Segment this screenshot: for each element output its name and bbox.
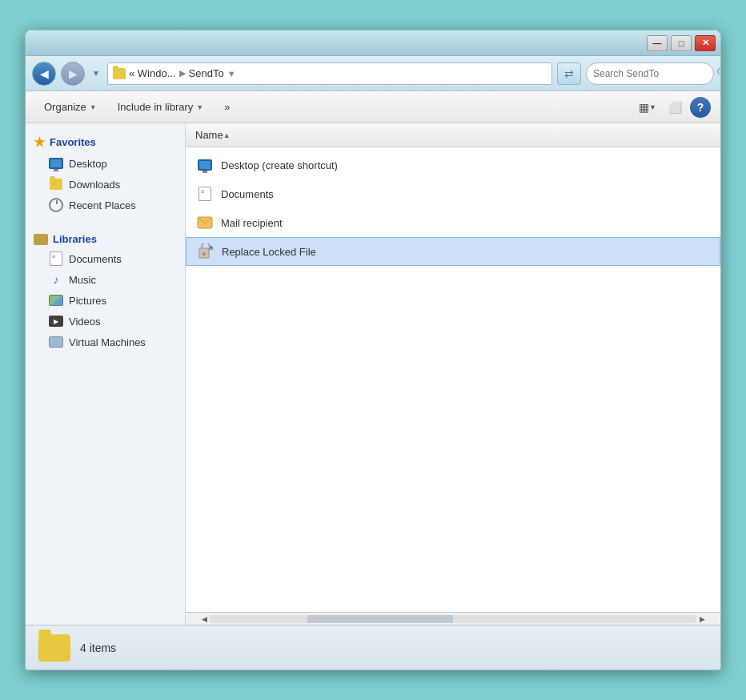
file-item-documents[interactable]: Documents (186, 179, 720, 208)
file-item-desktop-label: Desktop (create shortcut) (221, 159, 338, 171)
h-scroll-thumb[interactable] (307, 615, 453, 623)
breadcrumb-arrow: ▶ (179, 68, 186, 78)
sidebar-desktop-label: Desktop (69, 158, 107, 170)
explorer-window: — □ ✕ ◀ ▶ ▼ « Windo... ▶ SendTo ▼ ⇄ 🔍 Or… (25, 30, 721, 670)
more-label: » (224, 101, 230, 113)
file-item-mail-label: Mail recipient (221, 217, 283, 229)
back-button[interactable]: ◀ (32, 62, 56, 86)
sidebar: ★ Favorites Desktop Downloads (26, 123, 186, 625)
sidebar-downloads-label: Downloads (69, 179, 120, 191)
maximize-button[interactable]: □ (671, 35, 692, 51)
layout-icon: ⬜ (668, 101, 682, 114)
sort-arrow: ▲ (223, 131, 231, 139)
breadcrumb-prefix: « Windo... (129, 67, 176, 79)
search-input[interactable] (593, 68, 713, 79)
toolbar: Organize ▼ Include in library ▼ » ▦ ▼ ⬜ … (26, 91, 720, 123)
sidebar-videos-label: Videos (69, 316, 101, 328)
breadcrumb-dropdown-arrow[interactable]: ▼ (227, 69, 236, 78)
documents-icon (48, 251, 64, 267)
file-item-replace-locked[interactable]: Replace Locked File (186, 237, 720, 266)
downloads-icon (48, 176, 64, 192)
close-button[interactable]: ✕ (695, 35, 716, 51)
sidebar-item-recent[interactable]: Recent Places (26, 195, 185, 215)
sidebar-item-documents[interactable]: Documents (26, 248, 185, 269)
forward-button[interactable]: ▶ (61, 62, 85, 86)
sidebar-item-videos[interactable]: ▶ Videos (26, 311, 185, 332)
sidebar-recent-label: Recent Places (69, 199, 136, 211)
sidebar-music-label: Music (69, 274, 96, 286)
column-header: Name ▲ (186, 123, 720, 147)
sidebar-item-pictures[interactable]: Pictures (26, 290, 185, 311)
file-item-documents-label: Documents (221, 188, 274, 200)
organize-chevron: ▼ (90, 103, 97, 111)
sidebar-scroll[interactable]: ★ Favorites Desktop Downloads (26, 123, 185, 625)
include-chevron: ▼ (196, 103, 203, 111)
h-scroll[interactable]: ◀ ▶ (186, 612, 720, 625)
sidebar-pictures-label: Pictures (69, 295, 106, 307)
layout-button[interactable]: ⬜ (663, 96, 687, 119)
include-library-button[interactable]: Include in library ▼ (109, 96, 213, 119)
h-scroll-left[interactable]: ◀ (199, 614, 210, 625)
help-label: ? (697, 101, 704, 114)
file-item-mail[interactable]: Mail recipient (186, 208, 720, 237)
sidebar-vm-label: Virtual Machines (69, 336, 146, 348)
name-column-header[interactable]: Name (195, 129, 223, 141)
h-scroll-right[interactable]: ▶ (696, 614, 708, 625)
breadcrumb-bar: « Windo... ▶ SendTo ▼ (107, 62, 552, 85)
sidebar-documents-label: Documents (69, 253, 122, 265)
view-icon: ▦ (639, 101, 649, 114)
libraries-label: Libraries (53, 233, 97, 245)
replace-locked-icon (196, 242, 215, 261)
go-button[interactable]: ⇄ (557, 62, 581, 85)
libraries-icon (34, 234, 48, 245)
desktop-icon (48, 155, 64, 171)
h-scroll-track[interactable] (210, 615, 696, 623)
search-box: 🔍 (586, 62, 714, 85)
mail-icon (195, 213, 215, 232)
vm-icon (48, 334, 64, 350)
organize-label: Organize (44, 101, 86, 113)
nav-dropdown-button[interactable]: ▼ (90, 67, 102, 80)
search-icon: 🔍 (716, 67, 721, 79)
file-items: Desktop (create shortcut) Documents (186, 147, 720, 612)
view-chevron: ▼ (649, 103, 656, 111)
breadcrumb-folder-icon (113, 68, 126, 79)
title-bar-controls: — □ ✕ (647, 35, 716, 51)
pictures-icon (48, 292, 64, 308)
include-label: Include in library (118, 101, 194, 113)
star-icon: ★ (34, 135, 45, 150)
favorites-header: ★ Favorites (26, 130, 185, 153)
status-bar: 4 items (26, 625, 720, 670)
desktop-shortcut-icon (195, 155, 215, 175)
videos-icon: ▶ (48, 313, 64, 329)
address-bar: ◀ ▶ ▼ « Windo... ▶ SendTo ▼ ⇄ 🔍 (26, 56, 720, 91)
help-button[interactable]: ? (690, 97, 711, 118)
file-item-replace-locked-label: Replace Locked File (222, 246, 316, 258)
file-item-desktop-shortcut[interactable]: Desktop (create shortcut) (186, 151, 720, 179)
documents-file-icon (195, 184, 215, 203)
status-count: 4 items (80, 642, 116, 654)
sidebar-item-music[interactable]: ♪ Music (26, 269, 185, 290)
main-content: ★ Favorites Desktop Downloads (26, 123, 720, 625)
organize-button[interactable]: Organize ▼ (35, 96, 106, 119)
status-folder-icon (38, 634, 70, 662)
breadcrumb-current[interactable]: SendTo (189, 67, 224, 79)
recent-icon (48, 197, 64, 213)
svg-rect-3 (203, 254, 205, 256)
file-list: Name ▲ Desktop (create shortcut) Do (186, 123, 720, 625)
sidebar-item-downloads[interactable]: Downloads (26, 174, 185, 195)
sidebar-item-desktop[interactable]: Desktop (26, 153, 185, 174)
music-icon: ♪ (48, 272, 64, 288)
favorites-label: Favorites (50, 136, 96, 148)
libraries-header: Libraries (26, 228, 185, 248)
view-button[interactable]: ▦ ▼ (636, 96, 660, 119)
more-button[interactable]: » (215, 96, 239, 119)
title-bar: — □ ✕ (26, 30, 720, 56)
minimize-button[interactable]: — (647, 35, 668, 51)
sidebar-item-vms[interactable]: Virtual Machines (26, 332, 185, 352)
